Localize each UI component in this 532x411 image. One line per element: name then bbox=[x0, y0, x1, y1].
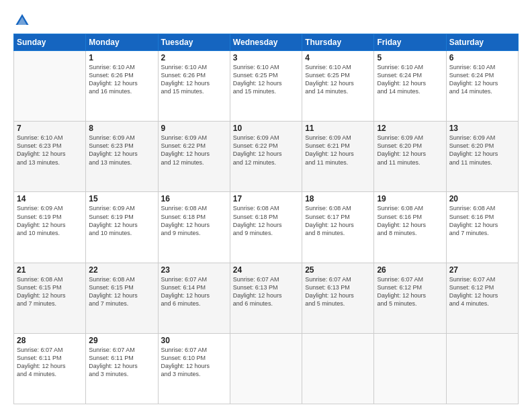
col-header-friday: Friday bbox=[374, 34, 446, 51]
calendar-cell: 11Sunrise: 6:09 AM Sunset: 6:21 PM Dayli… bbox=[302, 122, 374, 192]
calendar-cell: 12Sunrise: 6:09 AM Sunset: 6:20 PM Dayli… bbox=[374, 122, 446, 192]
day-number: 22 bbox=[89, 265, 154, 275]
day-info: Sunrise: 6:09 AM Sunset: 6:20 PM Dayligh… bbox=[377, 134, 443, 167]
day-info: Sunrise: 6:07 AM Sunset: 6:10 PM Dayligh… bbox=[161, 346, 227, 379]
day-info: Sunrise: 6:10 AM Sunset: 6:25 PM Dayligh… bbox=[233, 63, 299, 96]
calendar-cell: 17Sunrise: 6:08 AM Sunset: 6:18 PM Dayli… bbox=[230, 192, 302, 263]
day-info: Sunrise: 6:09 AM Sunset: 6:22 PM Dayligh… bbox=[233, 134, 299, 167]
day-info: Sunrise: 6:07 AM Sunset: 6:13 PM Dayligh… bbox=[305, 275, 371, 308]
day-number: 24 bbox=[233, 265, 299, 275]
day-info: Sunrise: 6:07 AM Sunset: 6:13 PM Dayligh… bbox=[233, 275, 299, 308]
calendar-table: SundayMondayTuesdayWednesdayThursdayFrid… bbox=[13, 34, 519, 404]
day-number: 19 bbox=[377, 194, 443, 203]
day-info: Sunrise: 6:07 AM Sunset: 6:14 PM Dayligh… bbox=[161, 275, 227, 308]
day-info: Sunrise: 6:09 AM Sunset: 6:20 PM Dayligh… bbox=[449, 134, 515, 167]
day-number: 7 bbox=[17, 124, 83, 133]
day-number: 10 bbox=[233, 124, 299, 133]
day-info: Sunrise: 6:10 AM Sunset: 6:26 PM Dayligh… bbox=[89, 63, 154, 96]
day-number: 15 bbox=[89, 194, 154, 203]
day-info: Sunrise: 6:08 AM Sunset: 6:18 PM Dayligh… bbox=[161, 204, 227, 237]
calendar-cell bbox=[446, 333, 518, 404]
calendar-cell: 13Sunrise: 6:09 AM Sunset: 6:20 PM Dayli… bbox=[446, 122, 518, 192]
calendar-cell: 3Sunrise: 6:10 AM Sunset: 6:25 PM Daylig… bbox=[230, 51, 302, 122]
day-number: 3 bbox=[233, 53, 299, 62]
day-info: Sunrise: 6:08 AM Sunset: 6:17 PM Dayligh… bbox=[305, 204, 371, 237]
day-info: Sunrise: 6:09 AM Sunset: 6:19 PM Dayligh… bbox=[89, 204, 154, 237]
day-number: 28 bbox=[17, 336, 83, 345]
day-number: 14 bbox=[17, 194, 83, 203]
calendar-cell: 5Sunrise: 6:10 AM Sunset: 6:24 PM Daylig… bbox=[374, 51, 446, 122]
day-number: 27 bbox=[449, 265, 515, 275]
day-info: Sunrise: 6:08 AM Sunset: 6:15 PM Dayligh… bbox=[17, 275, 83, 308]
day-info: Sunrise: 6:07 AM Sunset: 6:12 PM Dayligh… bbox=[449, 275, 515, 308]
calendar-cell: 8Sunrise: 6:09 AM Sunset: 6:23 PM Daylig… bbox=[86, 122, 158, 192]
calendar-cell: 21Sunrise: 6:08 AM Sunset: 6:15 PM Dayli… bbox=[14, 263, 86, 333]
day-info: Sunrise: 6:09 AM Sunset: 6:22 PM Dayligh… bbox=[161, 134, 227, 167]
day-number: 26 bbox=[377, 265, 443, 275]
calendar-header-row: SundayMondayTuesdayWednesdayThursdayFrid… bbox=[14, 34, 519, 51]
day-number: 23 bbox=[161, 265, 227, 275]
day-number: 11 bbox=[305, 124, 371, 133]
calendar-cell: 25Sunrise: 6:07 AM Sunset: 6:13 PM Dayli… bbox=[302, 263, 374, 333]
calendar-cell: 23Sunrise: 6:07 AM Sunset: 6:14 PM Dayli… bbox=[158, 263, 230, 333]
calendar-cell: 9Sunrise: 6:09 AM Sunset: 6:22 PM Daylig… bbox=[158, 122, 230, 192]
day-number: 2 bbox=[161, 53, 227, 62]
calendar-cell: 6Sunrise: 6:10 AM Sunset: 6:24 PM Daylig… bbox=[446, 51, 518, 122]
calendar-cell bbox=[14, 51, 86, 122]
calendar-cell: 22Sunrise: 6:08 AM Sunset: 6:15 PM Dayli… bbox=[86, 263, 158, 333]
page: SundayMondayTuesdayWednesdayThursdayFrid… bbox=[0, 0, 532, 411]
col-header-tuesday: Tuesday bbox=[158, 34, 230, 51]
calendar-cell bbox=[374, 333, 446, 404]
day-number: 9 bbox=[161, 124, 227, 133]
col-header-saturday: Saturday bbox=[446, 34, 518, 51]
day-info: Sunrise: 6:08 AM Sunset: 6:16 PM Dayligh… bbox=[377, 204, 443, 237]
day-info: Sunrise: 6:10 AM Sunset: 6:23 PM Dayligh… bbox=[17, 134, 83, 167]
logo-icon bbox=[15, 12, 30, 27]
calendar-cell: 29Sunrise: 6:07 AM Sunset: 6:11 PM Dayli… bbox=[86, 333, 158, 404]
day-number: 4 bbox=[305, 53, 371, 62]
calendar-cell: 20Sunrise: 6:08 AM Sunset: 6:16 PM Dayli… bbox=[446, 192, 518, 263]
calendar-cell: 30Sunrise: 6:07 AM Sunset: 6:10 PM Dayli… bbox=[158, 333, 230, 404]
calendar-week-row: 14Sunrise: 6:09 AM Sunset: 6:19 PM Dayli… bbox=[14, 192, 519, 263]
day-number: 17 bbox=[233, 194, 299, 203]
day-number: 8 bbox=[89, 124, 154, 133]
calendar-cell: 19Sunrise: 6:08 AM Sunset: 6:16 PM Dayli… bbox=[374, 192, 446, 263]
calendar-cell: 1Sunrise: 6:10 AM Sunset: 6:26 PM Daylig… bbox=[86, 51, 158, 122]
day-number: 30 bbox=[161, 336, 227, 345]
calendar-cell: 2Sunrise: 6:10 AM Sunset: 6:26 PM Daylig… bbox=[158, 51, 230, 122]
day-number: 12 bbox=[377, 124, 443, 133]
calendar-cell: 15Sunrise: 6:09 AM Sunset: 6:19 PM Dayli… bbox=[86, 192, 158, 263]
col-header-thursday: Thursday bbox=[302, 34, 374, 51]
day-info: Sunrise: 6:07 AM Sunset: 6:11 PM Dayligh… bbox=[89, 346, 154, 379]
calendar-week-row: 1Sunrise: 6:10 AM Sunset: 6:26 PM Daylig… bbox=[14, 51, 519, 122]
day-info: Sunrise: 6:10 AM Sunset: 6:26 PM Dayligh… bbox=[161, 63, 227, 96]
day-number: 21 bbox=[17, 265, 83, 275]
day-info: Sunrise: 6:10 AM Sunset: 6:24 PM Dayligh… bbox=[377, 63, 443, 96]
calendar-cell: 14Sunrise: 6:09 AM Sunset: 6:19 PM Dayli… bbox=[14, 192, 86, 263]
day-number: 1 bbox=[89, 53, 154, 62]
col-header-monday: Monday bbox=[86, 34, 158, 51]
calendar-cell: 28Sunrise: 6:07 AM Sunset: 6:11 PM Dayli… bbox=[14, 333, 86, 404]
day-info: Sunrise: 6:08 AM Sunset: 6:16 PM Dayligh… bbox=[449, 204, 515, 237]
day-number: 29 bbox=[89, 336, 154, 345]
calendar-week-row: 21Sunrise: 6:08 AM Sunset: 6:15 PM Dayli… bbox=[14, 263, 519, 333]
day-info: Sunrise: 6:10 AM Sunset: 6:25 PM Dayligh… bbox=[305, 63, 371, 96]
day-info: Sunrise: 6:09 AM Sunset: 6:21 PM Dayligh… bbox=[305, 134, 371, 167]
day-number: 18 bbox=[305, 194, 371, 203]
day-number: 16 bbox=[161, 194, 227, 203]
header bbox=[13, 12, 519, 30]
calendar-cell: 24Sunrise: 6:07 AM Sunset: 6:13 PM Dayli… bbox=[230, 263, 302, 333]
calendar-cell bbox=[302, 333, 374, 404]
day-number: 20 bbox=[449, 194, 515, 203]
calendar-cell: 27Sunrise: 6:07 AM Sunset: 6:12 PM Dayli… bbox=[446, 263, 518, 333]
calendar-cell: 4Sunrise: 6:10 AM Sunset: 6:25 PM Daylig… bbox=[302, 51, 374, 122]
calendar-cell: 18Sunrise: 6:08 AM Sunset: 6:17 PM Dayli… bbox=[302, 192, 374, 263]
day-info: Sunrise: 6:08 AM Sunset: 6:15 PM Dayligh… bbox=[89, 275, 154, 308]
calendar-week-row: 7Sunrise: 6:10 AM Sunset: 6:23 PM Daylig… bbox=[14, 122, 519, 192]
calendar-cell: 7Sunrise: 6:10 AM Sunset: 6:23 PM Daylig… bbox=[14, 122, 86, 192]
day-info: Sunrise: 6:07 AM Sunset: 6:11 PM Dayligh… bbox=[17, 346, 83, 379]
calendar-cell bbox=[230, 333, 302, 404]
day-info: Sunrise: 6:09 AM Sunset: 6:23 PM Dayligh… bbox=[89, 134, 154, 167]
calendar-cell: 10Sunrise: 6:09 AM Sunset: 6:22 PM Dayli… bbox=[230, 122, 302, 192]
calendar-cell: 16Sunrise: 6:08 AM Sunset: 6:18 PM Dayli… bbox=[158, 192, 230, 263]
